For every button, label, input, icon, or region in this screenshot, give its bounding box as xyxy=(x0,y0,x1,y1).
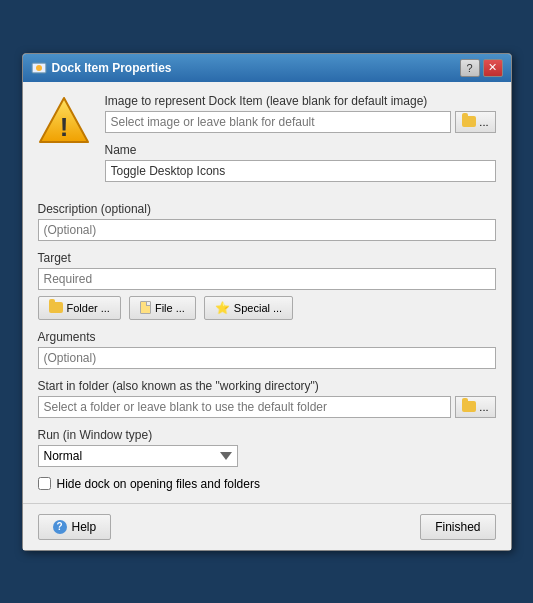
arguments-label: Arguments xyxy=(38,330,496,344)
folder-btn-label: Folder ... xyxy=(67,302,110,314)
folder-icon-sm xyxy=(462,116,476,127)
help-btn[interactable]: ? Help xyxy=(38,514,112,540)
dialog-content: ! Image to represent Dock Item (leave bl… xyxy=(23,82,511,503)
target-field-group: Target Folder ... File ... ⭐ Sp xyxy=(38,251,496,320)
target-input[interactable] xyxy=(38,268,496,290)
dialog-window: Dock Item Properties ? ✕ ! xyxy=(22,53,512,551)
image-input[interactable] xyxy=(105,111,452,133)
target-button-row: Folder ... File ... ⭐ Special ... xyxy=(38,296,496,320)
start-in-field-row: ... xyxy=(38,396,496,418)
start-in-browse-label: ... xyxy=(479,401,488,413)
help-icon: ? xyxy=(53,520,67,534)
svg-point-2 xyxy=(36,65,42,71)
run-select[interactable]: NormalMinimizedMaximized xyxy=(38,445,238,467)
description-input[interactable] xyxy=(38,219,496,241)
svg-text:!: ! xyxy=(59,112,68,142)
name-input[interactable] xyxy=(105,160,496,182)
image-field-row: ... xyxy=(105,111,496,133)
start-in-input[interactable] xyxy=(38,396,452,418)
folder-btn-icon xyxy=(49,302,63,313)
name-field-group: Name xyxy=(105,143,496,182)
title-bar-left: Dock Item Properties xyxy=(31,60,172,76)
warning-icon: ! xyxy=(38,94,90,146)
file-btn-icon xyxy=(140,301,151,314)
window-title: Dock Item Properties xyxy=(52,61,172,75)
description-label: Description (optional) xyxy=(38,202,496,216)
description-field-group: Description (optional) xyxy=(38,202,496,241)
start-in-browse-btn[interactable]: ... xyxy=(455,396,495,418)
hide-dock-label[interactable]: Hide dock on opening files and folders xyxy=(57,477,260,491)
file-btn-label: File ... xyxy=(155,302,185,314)
bottom-bar: ? Help Finished xyxy=(23,503,511,550)
image-browse-label: ... xyxy=(479,116,488,128)
finished-btn-label: Finished xyxy=(435,520,480,534)
fields-area: Image to represent Dock Item (leave blan… xyxy=(105,94,496,192)
folder-btn[interactable]: Folder ... xyxy=(38,296,121,320)
close-btn[interactable]: ✕ xyxy=(483,59,503,77)
special-btn-icon: ⭐ xyxy=(215,301,230,315)
finished-btn[interactable]: Finished xyxy=(420,514,495,540)
hide-dock-row: Hide dock on opening files and folders xyxy=(38,477,496,491)
top-section: ! Image to represent Dock Item (leave bl… xyxy=(38,94,496,192)
special-btn-label: Special ... xyxy=(234,302,282,314)
image-browse-btn[interactable]: ... xyxy=(455,111,495,133)
file-btn[interactable]: File ... xyxy=(129,296,196,320)
image-label: Image to represent Dock Item (leave blan… xyxy=(105,94,496,108)
image-field-group: Image to represent Dock Item (leave blan… xyxy=(105,94,496,133)
start-in-folder-icon xyxy=(462,401,476,412)
name-label: Name xyxy=(105,143,496,157)
title-bar-controls: ? ✕ xyxy=(460,59,503,77)
arguments-input[interactable] xyxy=(38,347,496,369)
start-in-field-group: Start in folder (also known as the "work… xyxy=(38,379,496,418)
hide-dock-checkbox[interactable] xyxy=(38,477,51,490)
arguments-field-group: Arguments xyxy=(38,330,496,369)
help-btn-label: Help xyxy=(72,520,97,534)
window-icon xyxy=(31,60,47,76)
target-label: Target xyxy=(38,251,496,265)
title-bar: Dock Item Properties ? ✕ xyxy=(23,54,511,82)
special-btn[interactable]: ⭐ Special ... xyxy=(204,296,293,320)
start-in-label: Start in folder (also known as the "work… xyxy=(38,379,496,393)
help-title-btn[interactable]: ? xyxy=(460,59,480,77)
run-field-group: Run (in Window type) NormalMinimizedMaxi… xyxy=(38,428,496,467)
run-label: Run (in Window type) xyxy=(38,428,496,442)
